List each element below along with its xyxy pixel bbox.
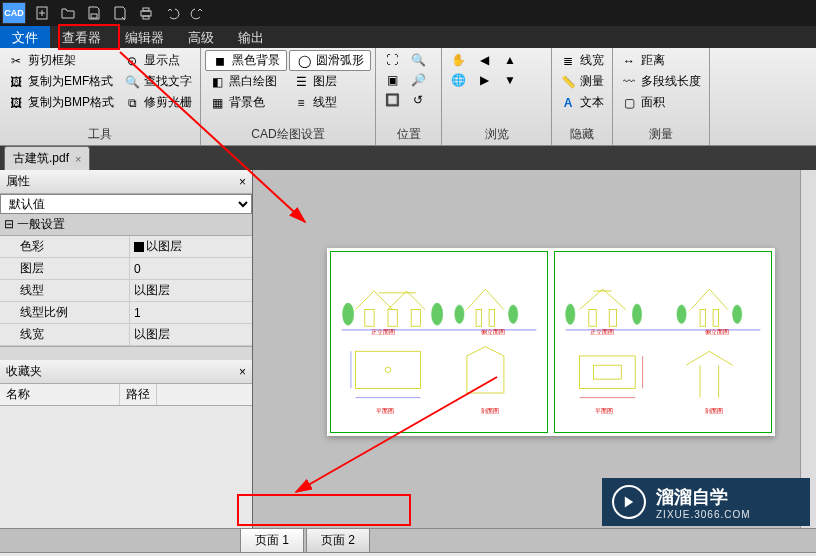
btn-nav-down[interactable]: ▼	[498, 70, 522, 90]
fav-col-name[interactable]: 名称	[0, 384, 120, 405]
menu-file[interactable]: 文件	[0, 26, 50, 48]
label: 复制为BMP格式	[28, 94, 114, 111]
scissors-icon: ✂	[8, 53, 24, 69]
btn-linetype[interactable]: ≡线型	[289, 92, 371, 113]
btn-bw-draw[interactable]: ◧黑白绘图	[205, 71, 287, 92]
btn-zoom-in[interactable]: 🔍	[406, 50, 430, 70]
qat-redo[interactable]	[186, 3, 210, 23]
page-tab-2[interactable]: 页面 2	[306, 528, 370, 552]
nav-up-icon: ▲	[502, 52, 518, 68]
qat-new[interactable]	[30, 3, 54, 23]
panel-close-icon[interactable]: ×	[239, 175, 246, 189]
zoom-window-icon: 🔲	[384, 92, 400, 108]
vertical-scrollbar[interactable]	[800, 170, 816, 528]
prop-row-color[interactable]: 色彩以图层	[0, 236, 252, 258]
label: 面积	[641, 94, 665, 111]
qat-open[interactable]	[56, 3, 80, 23]
drawing-canvas[interactable]: 正立面图 侧立面图 平面图 剖面图	[253, 170, 816, 528]
prop-row-layer[interactable]: 图层0	[0, 258, 252, 280]
btn-pan[interactable]: ✋	[446, 50, 470, 70]
document-tab[interactable]: 古建筑.pdf ×	[4, 146, 90, 170]
btn-area[interactable]: ▢面积	[617, 92, 705, 113]
btn-find-text[interactable]: 🔍查找文字	[120, 71, 196, 92]
btn-layers[interactable]: ☰图层	[289, 71, 371, 92]
measure-icon: 📏	[560, 74, 576, 90]
label: 线宽	[580, 52, 604, 69]
zoom-in-icon: 🔍	[410, 52, 426, 68]
prop-category[interactable]: ⊟ 一般设置	[0, 214, 252, 236]
command-line[interactable]: 命令行	[0, 552, 816, 556]
label: 黑色背景	[232, 52, 280, 69]
btn-zoom-prev[interactable]: ↺	[406, 90, 430, 110]
btn-smooth-arc[interactable]: ◯圆滑弧形	[289, 50, 371, 71]
btn-measure[interactable]: 📏测量	[556, 71, 608, 92]
menu-viewer[interactable]: 查看器	[50, 26, 113, 48]
menu-advanced[interactable]: 高级	[176, 26, 226, 48]
pan-icon: ✋	[450, 52, 466, 68]
fav-col-path[interactable]: 路径	[120, 384, 157, 405]
btn-cut-frame[interactable]: ✂剪切框架	[4, 50, 118, 71]
qat-saveas[interactable]	[108, 3, 132, 23]
orbit-icon: 🌐	[450, 72, 466, 88]
btn-nav-right[interactable]: ▶	[472, 70, 496, 90]
linetype-icon: ≡	[293, 95, 309, 111]
page-tab-1[interactable]: 页面 1	[240, 528, 304, 552]
main-area: 属性 × 默认值 ⊟ 一般设置 色彩以图层 图层0 线型以图层 线型比例1 线宽…	[0, 170, 816, 528]
btn-orbit[interactable]: 🌐	[446, 70, 470, 90]
ribbon-group-cad: ◼黑色背景 ◧黑白绘图 ▦背景色 ◯圆滑弧形 ☰图层 ≡线型 CAD绘图设置	[201, 48, 376, 145]
btn-zoom-out[interactable]: 🔎	[406, 70, 430, 90]
arc-icon: ◯	[296, 53, 312, 69]
ribbon-group-browse: ✋ 🌐 ◀ ▶ ▲ ▼ 浏览	[442, 48, 552, 145]
btn-zoom-window[interactable]: 🔲	[380, 90, 404, 110]
svg-rect-22	[609, 310, 616, 327]
bmp-icon: 🖼	[8, 95, 24, 111]
qat-save[interactable]	[82, 3, 106, 23]
btn-lineweight[interactable]: ≣线宽	[556, 50, 608, 71]
panel-close-icon[interactable]: ×	[239, 365, 246, 379]
document-tab-name: 古建筑.pdf	[13, 150, 69, 167]
select-all-icon: ▣	[384, 72, 400, 88]
btn-distance[interactable]: ↔距离	[617, 50, 705, 71]
label: 黑白绘图	[229, 73, 277, 90]
prop-row-lineweight[interactable]: 线宽以图层	[0, 324, 252, 346]
btn-text[interactable]: A文本	[556, 92, 608, 113]
crop-icon: ⧉	[124, 95, 140, 111]
btn-bg-color[interactable]: ▦背景色	[205, 92, 287, 113]
label: 多段线长度	[641, 73, 701, 90]
play-icon	[612, 485, 646, 519]
btn-select-all[interactable]: ▣	[380, 70, 404, 90]
default-combo[interactable]: 默认值	[0, 194, 252, 214]
label: 图层	[313, 73, 337, 90]
favorites-header: 收藏夹 ×	[0, 360, 252, 384]
btn-show-points[interactable]: ⊙显示点	[120, 50, 196, 71]
svg-rect-9	[411, 310, 420, 327]
menu-output[interactable]: 输出	[226, 26, 276, 48]
ribbon-group-tools: ✂剪切框架 🖼复制为EMF格式 🖼复制为BMP格式 ⊙显示点 🔍查找文字 ⧉修剪…	[0, 48, 201, 145]
svg-rect-24	[713, 310, 719, 327]
btn-polyline-length[interactable]: 〰多段线长度	[617, 71, 705, 92]
preview-left: 正立面图 侧立面图 平面图 剖面图	[330, 251, 548, 433]
app-icon: CAD	[2, 2, 26, 24]
btn-trim-raster[interactable]: ⧉修剪光栅	[120, 92, 196, 113]
zoom-prev-icon: ↺	[410, 92, 426, 108]
prop-row-linetype[interactable]: 线型以图层	[0, 280, 252, 302]
svg-rect-10	[476, 310, 482, 327]
svg-rect-5	[143, 8, 149, 11]
menu-editor[interactable]: 编辑器	[113, 26, 176, 48]
bgcolor-icon: ▦	[209, 95, 225, 111]
btn-nav-up[interactable]: ▲	[498, 50, 522, 70]
color-swatch	[134, 242, 144, 252]
close-icon[interactable]: ×	[75, 153, 81, 165]
btn-nav-left[interactable]: ◀	[472, 50, 496, 70]
btn-copy-bmp[interactable]: 🖼复制为BMP格式	[4, 92, 118, 113]
btn-black-bg[interactable]: ◼黑色背景	[205, 50, 287, 71]
qat-undo[interactable]	[160, 3, 184, 23]
prop-scrollbar[interactable]	[0, 346, 252, 360]
prop-row-ltscale[interactable]: 线型比例1	[0, 302, 252, 324]
btn-zoom-extents[interactable]: ⛶	[380, 50, 404, 70]
svg-rect-6	[143, 16, 149, 19]
properties-header: 属性 ×	[0, 170, 252, 194]
qat-print[interactable]	[134, 3, 158, 23]
btn-copy-emf[interactable]: 🖼复制为EMF格式	[4, 71, 118, 92]
document-tab-bar: 古建筑.pdf ×	[0, 146, 816, 170]
